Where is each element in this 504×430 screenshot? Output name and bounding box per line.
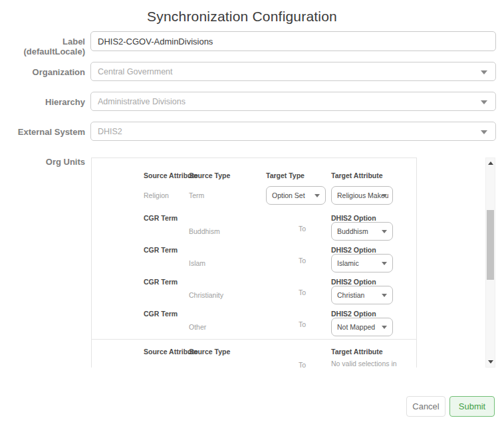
cancel-button[interactable]: Cancel [406, 396, 445, 417]
dhis2-option-select[interactable]: Christian [331, 286, 393, 304]
chevron-down-icon [481, 70, 487, 74]
to-label: To [266, 286, 331, 296]
mapping-partial-row: To No valid selections in [92, 358, 416, 368]
chevron-down-icon [382, 326, 387, 329]
no-valid-selections-text: No valid selections in [331, 360, 416, 368]
chevron-down-icon [481, 130, 487, 134]
to-label: To [266, 358, 331, 368]
target-attribute-header: Target Attribute [331, 171, 416, 179]
cgr-term-value: Buddhism [189, 227, 266, 235]
external-system-select[interactable]: DHIS2 [90, 122, 496, 141]
submit-button[interactable]: Submit [449, 396, 495, 417]
term-mapping-row: Islam To Islamic [92, 254, 416, 272]
cgr-term-header: CGR Term [144, 214, 189, 222]
target-attribute-header: Target Attribute [331, 348, 416, 356]
cgr-term-header: CGR Term [144, 278, 189, 286]
term-mapping-row: Other To Not Mapped [92, 318, 416, 336]
cgr-term-header: CGR Term [144, 310, 189, 318]
hierarchy-value: Administrative Divisions [98, 97, 186, 106]
hierarchy-label: Hierarchy [0, 97, 85, 107]
organization-label: Organization [0, 67, 85, 77]
target-attribute-value: Religious Makeup [337, 191, 388, 199]
page-title: Synchronization Configuration [0, 9, 484, 25]
dhis2-option-header: DHIS2 Option [331, 246, 416, 254]
chevron-down-icon [315, 194, 320, 197]
source-type-header: Source Type [189, 171, 266, 179]
dhis2-option-header: DHIS2 Option [331, 278, 416, 286]
scroll-up-icon[interactable] [488, 161, 493, 165]
target-attribute-select[interactable]: Religious Makeup [331, 186, 393, 205]
cgr-term-value: Christianity [189, 291, 266, 299]
term-mapping-subheader: CGR Term DHIS2 Option [92, 214, 416, 222]
chevron-down-icon [382, 294, 387, 297]
organization-select[interactable]: Central Government [90, 62, 496, 81]
mapping-header-row: Source Attribute Source Type Target Type… [92, 171, 416, 179]
scroll-down-icon[interactable] [488, 360, 493, 364]
cgr-term-value: Islam [189, 259, 266, 267]
synchronization-configuration-dialog: Synchronization Configuration Label (def… [0, 0, 504, 430]
mapping-header-row-2: Source Attribute Source Type Target Attr… [92, 348, 416, 356]
section-divider [92, 339, 416, 340]
org-units-label: Org Units [0, 157, 85, 167]
to-label: To [266, 254, 331, 265]
external-system-label: External System [0, 127, 85, 137]
org-units-panel: Source Attribute Source Type Target Type… [91, 158, 417, 368]
source-type-value: Term [189, 191, 266, 199]
dhis2-option-value: Islamic [337, 259, 359, 267]
chevron-down-icon [382, 262, 387, 265]
chevron-down-icon [382, 230, 387, 233]
source-type-header: Source Type [189, 348, 266, 356]
dhis2-option-select[interactable]: Buddhism [331, 222, 393, 241]
dhis2-option-select[interactable]: Not Mapped [331, 318, 393, 336]
scrollbar-thumb[interactable] [487, 210, 494, 280]
cgr-term-header: CGR Term [144, 246, 189, 254]
label-defaultlocale-label: Label (defaultLocale) [0, 37, 85, 56]
source-attribute-header: Source Attribute [144, 348, 189, 356]
chevron-down-icon [382, 194, 387, 197]
term-mapping-row: Christianity To Christian [92, 286, 416, 304]
dhis2-option-header: DHIS2 Option [331, 214, 416, 222]
source-attribute-value: Religion [144, 191, 189, 199]
organization-value: Central Government [98, 67, 173, 76]
term-mapping-subheader: CGR Term DHIS2 Option [92, 278, 416, 286]
source-attribute-header: Source Attribute [144, 171, 189, 179]
mapping-value-row: Religion Term Option Set Religious Makeu… [92, 186, 416, 205]
to-label: To [266, 318, 331, 328]
term-mapping-subheader: CGR Term DHIS2 Option [92, 246, 416, 254]
target-type-header: Target Type [266, 171, 331, 179]
dhis2-option-select[interactable]: Islamic [331, 254, 393, 272]
cgr-term-value: Other [189, 323, 266, 331]
term-mapping-row: Buddhism To Buddhism [92, 222, 416, 241]
dhis2-option-value: Buddhism [337, 227, 368, 235]
target-type-select[interactable]: Option Set [266, 186, 326, 205]
dhis2-option-value: Christian [337, 291, 364, 299]
hierarchy-select[interactable]: Administrative Divisions [90, 92, 496, 111]
label-defaultlocale-input[interactable] [90, 31, 496, 51]
org-units-scrollbar[interactable] [485, 158, 495, 368]
to-label: To [266, 222, 331, 233]
external-system-value: DHIS2 [98, 127, 122, 136]
dhis2-option-value: Not Mapped [337, 323, 375, 331]
target-type-value: Option Set [272, 191, 305, 199]
chevron-down-icon [481, 100, 487, 104]
term-mapping-subheader: CGR Term DHIS2 Option [92, 310, 416, 318]
dhis2-option-header: DHIS2 Option [331, 310, 416, 318]
